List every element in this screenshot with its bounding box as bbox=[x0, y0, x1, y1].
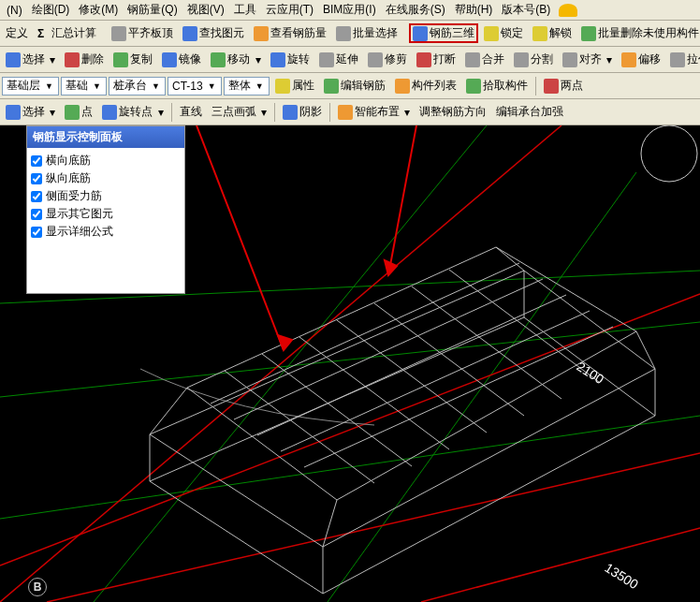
menu-item[interactable]: 绘图(D) bbox=[27, 0, 75, 20]
edit-rebar-button[interactable]: 编辑钢筋 bbox=[320, 76, 389, 95]
panel-title: 钢筋显示控制面板 bbox=[27, 126, 184, 148]
scope-dropdown[interactable]: 整体▼ bbox=[224, 77, 270, 95]
check-item[interactable]: 显示详细公式 bbox=[31, 223, 181, 241]
edit-cap-reinf-button[interactable]: 编辑承台加强 bbox=[492, 102, 567, 122]
unlock-icon bbox=[532, 26, 547, 41]
adjust-direction-button[interactable]: 调整钢筋方向 bbox=[416, 102, 490, 122]
copy-icon bbox=[113, 52, 128, 67]
batch-delete-button[interactable]: 批量删除未使用构件 bbox=[577, 23, 700, 43]
align-button[interactable]: 对齐 ▾ bbox=[559, 50, 616, 69]
trim-button[interactable]: 修剪 bbox=[364, 50, 411, 69]
lock-icon bbox=[484, 26, 499, 41]
search-icon bbox=[182, 26, 197, 41]
copy-button[interactable]: 复制 bbox=[109, 50, 156, 69]
move-icon bbox=[211, 52, 226, 67]
rebar-3d-button[interactable]: 钢筋三维 bbox=[409, 23, 478, 43]
flat-top-button[interactable]: 平齐板顶 bbox=[108, 23, 177, 43]
two-point-button[interactable]: 两点 bbox=[540, 76, 587, 95]
checkbox[interactable] bbox=[31, 209, 42, 220]
menu-item[interactable]: 修改(M) bbox=[74, 0, 123, 20]
shadow-button[interactable]: 阴影 bbox=[279, 102, 326, 122]
find-element-button[interactable]: 查找图元 bbox=[179, 23, 248, 43]
cursor-icon bbox=[6, 105, 21, 120]
break-button[interactable]: 打断 bbox=[413, 50, 459, 69]
menu-item[interactable]: 版本号(B) bbox=[497, 0, 555, 20]
flat-icon bbox=[111, 26, 126, 41]
extend-button[interactable]: 延伸 bbox=[315, 50, 362, 69]
pick-icon bbox=[466, 79, 481, 94]
hardhat-icon bbox=[559, 4, 577, 17]
checkbox[interactable] bbox=[31, 173, 42, 184]
point-button[interactable]: 点 bbox=[61, 102, 96, 122]
svg-marker-12 bbox=[150, 317, 655, 594]
select2-button[interactable]: 选择 ▾ bbox=[2, 102, 59, 122]
view-rebar-button[interactable]: 查看钢筋量 bbox=[250, 23, 330, 43]
category-dropdown[interactable]: 基础▼ bbox=[61, 77, 107, 95]
menu-item[interactable]: 云应用(T) bbox=[261, 0, 318, 20]
batch-select-button[interactable]: 批量选择 bbox=[332, 23, 401, 43]
stretch-icon bbox=[670, 52, 685, 67]
check-item[interactable]: 显示其它图元 bbox=[31, 205, 181, 223]
svg-point-9 bbox=[641, 125, 697, 182]
rotate-button[interactable]: 旋转 bbox=[267, 50, 314, 69]
unlock-button[interactable]: 解锁 bbox=[529, 23, 576, 43]
viewport-3d[interactable]: 2100 13500 钢筋显示控制面板 横向底筋 纵向底筋 侧面受力筋 显示其它… bbox=[0, 125, 700, 602]
check-item[interactable]: 纵向底筋 bbox=[31, 169, 181, 187]
batch-icon bbox=[336, 26, 351, 41]
menu-item[interactable]: 工具 bbox=[229, 0, 261, 20]
svg-line-31 bbox=[281, 311, 590, 451]
list-icon bbox=[395, 79, 410, 94]
toolbar-main: 定义 Σ 汇总计算 平齐板顶 查找图元 查看钢筋量 批量选择 钢筋三维 锁定 解… bbox=[0, 21, 700, 47]
line-button[interactable]: 直线 bbox=[176, 102, 206, 122]
select-button[interactable]: 选择 ▾ bbox=[2, 50, 59, 69]
align-icon bbox=[562, 52, 577, 67]
subtype-dropdown[interactable]: 桩承台▼ bbox=[109, 77, 166, 95]
menu-item[interactable]: 钢筋量(Q) bbox=[123, 0, 182, 20]
edit-icon bbox=[324, 79, 339, 94]
delete-button[interactable]: 删除 bbox=[61, 50, 108, 69]
split-button[interactable]: 分割 bbox=[510, 50, 557, 69]
toolbar-draw: 选择 ▾ 点 旋转点 ▾ 直线 三点画弧 ▾ 阴影 智能布置 ▾ 调整钢筋方向 … bbox=[0, 99, 700, 125]
member-list-button[interactable]: 构件列表 bbox=[391, 76, 460, 95]
cube-icon bbox=[413, 26, 428, 41]
toolbar-edit: 选择 ▾ 删除 复制 镜像 移动 ▾ 旋转 延伸 修剪 打断 合并 分割 对齐 … bbox=[0, 47, 700, 73]
menu-item[interactable]: 帮助(H) bbox=[450, 0, 498, 20]
smart-layout-button[interactable]: 智能布置 ▾ bbox=[334, 102, 414, 122]
rebar-icon bbox=[254, 26, 269, 41]
rebar-display-panel[interactable]: 钢筋显示控制面板 横向底筋 纵向底筋 侧面受力筋 显示其它图元 显示详细公式 bbox=[26, 125, 185, 294]
check-item[interactable]: 横向底筋 bbox=[31, 152, 181, 169]
menu-item[interactable]: BIM应用(I) bbox=[318, 0, 381, 20]
lock-button[interactable]: 锁定 bbox=[480, 23, 527, 43]
offset-icon bbox=[621, 52, 636, 67]
stretch-button[interactable]: 拉伸 ▾ bbox=[666, 50, 700, 69]
menu-item[interactable]: 视图(V) bbox=[182, 0, 229, 20]
checkbox[interactable] bbox=[31, 227, 42, 238]
shadow-icon bbox=[283, 105, 298, 120]
svg-line-8 bbox=[421, 528, 700, 602]
cursor-icon bbox=[6, 52, 21, 67]
delete-icon bbox=[65, 52, 80, 67]
move-button[interactable]: 移动 ▾ bbox=[207, 50, 264, 69]
svg-line-33 bbox=[197, 125, 284, 350]
two-point-icon bbox=[544, 79, 559, 94]
smart-icon bbox=[338, 105, 353, 120]
define-button[interactable]: 定义 bbox=[2, 23, 32, 43]
mirror-button[interactable]: 镜像 bbox=[158, 50, 205, 69]
layer-dropdown[interactable]: 基础层▼ bbox=[2, 77, 59, 95]
menu-item[interactable]: 在线服务(S) bbox=[381, 0, 450, 20]
rotate-point-button[interactable]: 旋转点 ▾ bbox=[98, 102, 167, 122]
checkbox[interactable] bbox=[31, 155, 42, 167]
svg-marker-34 bbox=[278, 335, 292, 350]
arc-button[interactable]: 三点画弧 ▾ bbox=[208, 102, 270, 122]
code-dropdown[interactable]: CT-13▼ bbox=[168, 77, 222, 95]
pick-member-button[interactable]: 拾取构件 bbox=[462, 76, 532, 95]
offset-button[interactable]: 偏移 bbox=[618, 50, 664, 69]
sum-button[interactable]: Σ 汇总计算 bbox=[34, 23, 100, 43]
svg-line-2 bbox=[0, 416, 700, 519]
merge-button[interactable]: 合并 bbox=[461, 50, 508, 69]
dim-2100: 2100 bbox=[574, 359, 606, 387]
check-item[interactable]: 侧面受力筋 bbox=[31, 187, 181, 205]
menu-item[interactable]: (N) bbox=[2, 2, 27, 19]
checkbox[interactable] bbox=[31, 191, 42, 202]
props-button[interactable]: 属性 bbox=[271, 76, 318, 95]
